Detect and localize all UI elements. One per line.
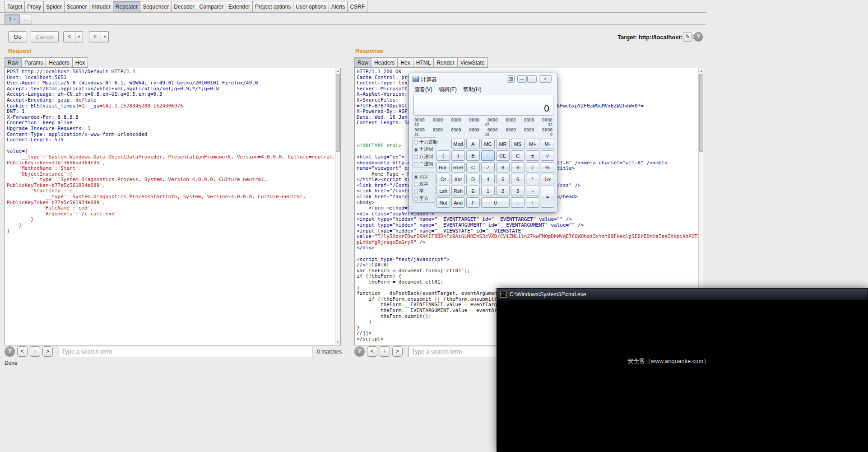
calc-button-digit-1[interactable]: 1 [481, 186, 495, 196]
calc-button-digit-5[interactable]: 5 [496, 174, 510, 184]
edit-target-button[interactable]: ✎ [683, 32, 692, 42]
go-button[interactable]: Go [8, 31, 27, 42]
request-tab-headers[interactable]: Headers [46, 57, 72, 68]
calc-button-subtract[interactable]: - [526, 186, 539, 196]
calc-button-hex-d[interactable]: D [466, 174, 480, 184]
request-search-next-button[interactable]: > [42, 346, 53, 357]
cancel-button[interactable]: Cancel [31, 31, 59, 42]
response-tab-hex[interactable]: Hex [397, 57, 413, 68]
request-tab-params[interactable]: Params [21, 57, 46, 68]
request-search-prev-button[interactable]: < [17, 346, 28, 357]
calc-button-ror[interactable]: RoR [451, 162, 465, 172]
help-button[interactable]: ? [694, 32, 703, 42]
repeater-tab-item[interactable]: ... [19, 14, 32, 24]
calc-button-hex-e[interactable]: E [466, 186, 480, 196]
calc-button-hex-f[interactable]: F [466, 197, 480, 208]
main-tab-csrf[interactable]: CSRF [347, 1, 367, 12]
response-tab-render[interactable]: Render [433, 57, 457, 68]
calc-button-divide[interactable]: / [526, 162, 539, 172]
request-editor[interactable]: POST http://localhost:5651/Default HTTP/… [5, 68, 341, 345]
calc-button-xor[interactable]: Xor [451, 174, 465, 184]
scroll-up-icon[interactable]: ▲ [699, 68, 704, 74]
main-tab-intruder[interactable]: Intruder [89, 1, 112, 12]
calc-button-clear-entry[interactable]: CE [496, 150, 510, 161]
repeater-tab-1[interactable]: 1× [5, 14, 19, 24]
calc-button-lsh[interactable]: Lsh [436, 186, 450, 196]
calc-button-digit-4[interactable]: 4 [481, 174, 495, 184]
calc-button-hex-a[interactable]: A [466, 139, 480, 149]
calc-button-digit-6[interactable]: 6 [511, 174, 525, 184]
response-tab-raw[interactable]: Raw [354, 57, 371, 68]
main-tab-decoder[interactable]: Decoder [171, 1, 196, 12]
main-tab-sequencer[interactable]: Sequencer [140, 1, 171, 12]
calc-button-hex-c[interactable]: C [466, 162, 480, 172]
response-tab-html[interactable]: HTML [413, 57, 434, 68]
request-scrollbar[interactable]: ▲ ▼ [335, 68, 340, 345]
calc-button-digit-9[interactable]: 9 [511, 162, 525, 172]
main-tab-alerts[interactable]: Alerts [329, 1, 348, 12]
calc-button-rol[interactable]: RoL [436, 162, 450, 172]
main-tab-repeater[interactable]: Repeater [113, 1, 140, 12]
calc-button-digit-0[interactable]: 0 [481, 197, 510, 208]
response-scroll-thumb[interactable] [699, 74, 703, 152]
calc-button-negate[interactable]: ± [526, 150, 539, 161]
calc-button-equals[interactable]: = [541, 186, 554, 208]
cmd-body[interactable] [498, 301, 867, 451]
response-search-prev-button[interactable]: < [367, 346, 377, 357]
calc-button-reciprocal[interactable]: 1/x [541, 174, 554, 184]
calc-button-clear[interactable]: C [511, 150, 525, 161]
calc-button-add[interactable]: + [526, 197, 539, 208]
calc-button-percent[interactable]: % [541, 162, 554, 172]
history-back-button[interactable]: < [63, 31, 75, 42]
main-tab-spider[interactable]: Spider [43, 1, 64, 12]
calc-button-sqrt[interactable]: √ [541, 150, 554, 161]
scroll-down-icon[interactable]: ▼ [335, 340, 340, 345]
request-search-options-button[interactable]: + [30, 346, 40, 357]
response-tab-viewstate[interactable]: ViewState [457, 57, 488, 68]
calc-button-not[interactable]: Not [436, 197, 450, 208]
main-tab-comparer[interactable]: Comparer [197, 1, 226, 12]
calc-button-rsh[interactable]: Rsh [451, 186, 465, 196]
main-tab-scanner[interactable]: Scanner [64, 1, 89, 12]
calc-button-memory-recall[interactable]: MR [496, 139, 510, 149]
history-back-dropdown[interactable]: ▾ [75, 31, 83, 42]
request-search-help-button[interactable]: ? [5, 346, 15, 357]
calc-button-memory-store[interactable]: MS [511, 139, 525, 149]
tab-close-icon[interactable]: × [14, 14, 16, 24]
main-tab-extender[interactable]: Extender [226, 1, 252, 12]
cmd-titlebar[interactable]: C:\ C:\Windows\System32\cmd.exe [497, 289, 868, 301]
scroll-up-icon[interactable]: ▲ [335, 68, 340, 74]
calc-button-memory-clear[interactable]: MC [481, 139, 495, 149]
calc-button-digit-7[interactable]: 7 [481, 162, 495, 172]
calc-button-hex-b[interactable]: B [466, 150, 480, 161]
calc-button-digit-2[interactable]: 2 [496, 186, 510, 196]
calc-button-memory-subtract[interactable]: M- [541, 139, 554, 149]
main-tab-project-options[interactable]: Project options [252, 1, 293, 12]
history-forward-dropdown[interactable]: ▾ [101, 31, 109, 42]
calc-button-decimal-point[interactable]: . [511, 197, 525, 208]
calc-button-multiply[interactable]: * [526, 174, 539, 184]
response-search-options-button[interactable]: + [380, 346, 390, 357]
response-search-help-button[interactable]: ? [354, 346, 365, 357]
history-forward-button[interactable]: > [89, 31, 101, 42]
calc-button-digit-8[interactable]: 8 [496, 162, 510, 172]
code-line: } [7, 217, 334, 223]
response-search-next-button[interactable]: > [392, 346, 403, 357]
calc-button-or[interactable]: Or [436, 174, 450, 184]
main-tab-proxy[interactable]: Proxy [24, 1, 43, 12]
main-tab-target[interactable]: Target [5, 1, 24, 12]
code-segment: Cookie: ECS[visit_times] [7, 103, 79, 109]
calc-button-and[interactable]: And [451, 197, 465, 208]
request-search-input[interactable] [59, 346, 312, 357]
calc-button-memory-add[interactable]: M+ [526, 139, 539, 149]
calc-button-close-paren[interactable]: ) [451, 150, 465, 161]
request-scroll-thumb[interactable] [336, 74, 340, 152]
calc-button-backspace[interactable]: ← [481, 150, 495, 161]
request-tab-raw[interactable]: Raw [5, 57, 21, 68]
calc-button-digit-3[interactable]: 3 [511, 186, 525, 196]
main-tab-user-options[interactable]: User options [293, 1, 328, 12]
calc-button-mod[interactable]: Mod [451, 139, 465, 149]
calc-button-open-paren[interactable]: ( [436, 150, 450, 161]
request-tab-hex[interactable]: Hex [72, 57, 88, 68]
response-tab-headers[interactable]: Headers [371, 57, 397, 68]
